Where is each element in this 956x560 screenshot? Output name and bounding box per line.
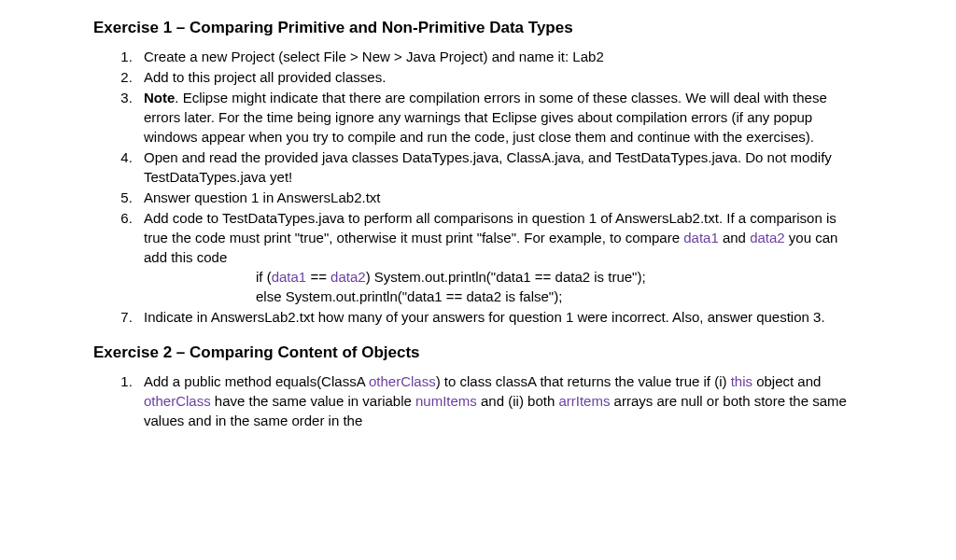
- code-text: if (: [256, 269, 272, 285]
- code-text: ==: [306, 269, 330, 285]
- code-variable: data1: [272, 269, 307, 285]
- item6-text-b: and: [719, 230, 750, 245]
- list-item: Add code to TestDataTypes.java to perfor…: [136, 208, 863, 306]
- note-text: . Eclipse might indicate that there are …: [144, 90, 827, 145]
- code-variable: data2: [330, 269, 366, 285]
- list-item: Add to this project all provided classes…: [136, 67, 863, 87]
- exercise1-heading: Exercise 1 – Comparing Primitive and Non…: [93, 17, 863, 39]
- item-text: ) to class classA that returns the value…: [436, 373, 731, 389]
- item-text: have the same value in variable: [211, 393, 415, 409]
- code-variable: this: [731, 373, 752, 389]
- exercise2-heading: Exercise 2 – Comparing Content of Object…: [93, 342, 863, 364]
- code-text: ) System.out.println("data1 == data2 is …: [366, 269, 646, 285]
- item-text: object and: [752, 373, 821, 389]
- list-item: Create a new Project (select File > New …: [136, 47, 863, 66]
- code-variable: data2: [750, 230, 785, 245]
- code-variable: arrItems: [558, 393, 610, 409]
- item-text: Add a public method equals(ClassA: [144, 373, 369, 389]
- code-variable: data1: [683, 230, 719, 245]
- list-item: Open and read the provided java classes …: [136, 147, 863, 187]
- code-variable: otherClass: [144, 393, 211, 409]
- exercise2-list: Add a public method equals(ClassA otherC…: [136, 371, 863, 430]
- list-item: Indicate in AnswersLab2.txt how many of …: [136, 307, 863, 327]
- item-text: and (ii) both: [477, 393, 559, 409]
- list-item: Add a public method equals(ClassA otherC…: [136, 371, 863, 430]
- code-variable: numItems: [415, 393, 477, 409]
- exercise1-list: Create a new Project (select File > New …: [136, 47, 863, 327]
- list-item: Note. Eclipse might indicate that there …: [136, 88, 863, 147]
- code-line-2: else System.out.println("data1 == data2 …: [256, 287, 863, 306]
- note-bold: Note: [144, 90, 175, 105]
- code-variable: otherClass: [369, 373, 436, 389]
- list-item: Answer question 1 in AnswersLab2.txt: [136, 188, 863, 207]
- code-line-1: if (data1 == data2) System.out.println("…: [256, 267, 863, 287]
